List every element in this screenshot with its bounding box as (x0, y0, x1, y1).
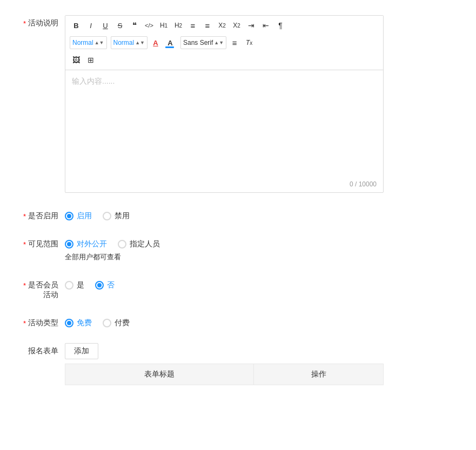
subscript-button[interactable]: X2 (216, 19, 229, 32)
member-activity-radio-2[interactable] (95, 281, 104, 290)
strikethrough-button[interactable]: S (113, 19, 126, 32)
activity-type-label-2: 付费 (115, 318, 130, 328)
clear-format-button[interactable]: Tx (243, 36, 256, 49)
member-activity-option-2[interactable]: 否 (95, 280, 115, 290)
editor-placeholder: 输入内容...... (72, 77, 115, 85)
editor-toolbar: B I U S ❝ </> H1 H2 ≡ ≡ X2 X2 ⇥ ⇤ ¶ (65, 16, 383, 70)
visibility-radio-1[interactable] (65, 240, 73, 248)
enable-label: * 是否启用 (16, 208, 65, 221)
code-button[interactable]: </> (143, 19, 156, 32)
enable-required-marker: * (23, 212, 26, 220)
visibility-label: * 可见范围 (16, 236, 65, 249)
font-size-label: Normal (113, 39, 135, 46)
enable-radio-group: 启用 禁用 (65, 208, 460, 221)
add-button[interactable]: 添加 (65, 343, 98, 359)
activity-type-label-1: 免费 (77, 318, 92, 328)
member-activity-option-1[interactable]: 是 (65, 280, 84, 290)
visibility-option-1[interactable]: 对外公开 (65, 239, 107, 249)
quote-button[interactable]: ❝ (128, 19, 141, 32)
member-activity-label: * 是否会员活动 (16, 277, 65, 300)
member-activity-label-1: 是 (77, 280, 84, 290)
visibility-hint: 全部用户都可查看 (65, 252, 460, 262)
superscript-button[interactable]: X2 (230, 19, 243, 32)
activity-type-radio-group: 免费 付费 (65, 315, 460, 328)
rich-text-editor[interactable]: B I U S ❝ </> H1 H2 ≡ ≡ X2 X2 ⇥ ⇤ ¶ (65, 15, 384, 193)
indent-right-button[interactable]: ⇥ (245, 19, 258, 32)
activity-type-option-1[interactable]: 免费 (65, 318, 92, 328)
italic-button[interactable]: I (84, 19, 97, 32)
activity-type-label: * 活动类型 (16, 315, 65, 328)
font-family-arrow: ▲▼ (214, 40, 224, 45)
visibility-required-marker: * (23, 240, 26, 248)
indent-left-button[interactable]: ⇤ (259, 19, 272, 32)
enable-label-1: 启用 (77, 211, 92, 221)
visibility-radio-2[interactable] (118, 240, 126, 248)
font-size-arrow: ▲▼ (135, 40, 145, 45)
activity-description-label: * 活动说明 (16, 15, 65, 28)
table-header-title: 表单标题 (65, 364, 254, 385)
paragraph-style-select[interactable]: Normal ▲▼ (70, 36, 107, 49)
activity-type-radio-1[interactable] (65, 319, 73, 327)
member-activity-required-marker: * (23, 281, 26, 290)
editor-counter: 0 / 10000 (65, 178, 383, 192)
activity-type-option-2[interactable]: 付费 (103, 318, 130, 328)
font-family-select[interactable]: Sans Serif ▲▼ (180, 36, 226, 49)
member-activity-radio-1[interactable] (65, 281, 73, 290)
enable-option-2[interactable]: 禁用 (103, 211, 130, 221)
font-color-button[interactable]: A (149, 36, 162, 49)
activity-type-radio-2[interactable] (103, 319, 111, 327)
pilcrow-button[interactable]: ¶ (274, 19, 287, 32)
activity-type-required-marker: * (23, 319, 26, 327)
visibility-label-1: 对外公开 (77, 239, 107, 249)
underline-button[interactable]: U (99, 19, 112, 32)
unordered-list-button[interactable]: ≡ (201, 19, 214, 32)
visibility-label-2: 指定人员 (130, 239, 160, 249)
member-activity-label-2: 否 (107, 280, 115, 290)
enable-radio-1[interactable] (65, 212, 73, 220)
editor-wrapper: B I U S ❝ </> H1 H2 ≡ ≡ X2 X2 ⇥ ⇤ ¶ (65, 15, 460, 193)
required-marker: * (23, 19, 26, 28)
enable-radio-2[interactable] (103, 212, 111, 220)
visibility-option-2[interactable]: 指定人员 (118, 239, 160, 249)
font-family-label: Sans Serif (183, 39, 213, 46)
font-size-select[interactable]: Normal ▲▼ (111, 36, 148, 49)
paragraph-style-label: Normal (72, 39, 93, 46)
insert-table-button[interactable]: ⊞ (84, 53, 97, 66)
bold-button[interactable]: B (70, 19, 83, 32)
table-header-action: 操作 (254, 364, 384, 385)
form-list-label: 报名表单 (16, 343, 65, 356)
insert-image-button[interactable]: 🖼 (70, 53, 83, 66)
visibility-radio-group: 对外公开 指定人员 (65, 236, 460, 249)
h1-button[interactable]: H1 (157, 19, 170, 32)
align-button[interactable]: ≡ (228, 36, 241, 49)
member-activity-radio-group: 是 否 (65, 277, 460, 290)
enable-option-1[interactable]: 启用 (65, 211, 92, 221)
ordered-list-button[interactable]: ≡ (186, 19, 199, 32)
h2-button[interactable]: H2 (172, 19, 185, 32)
paragraph-style-arrow: ▲▼ (95, 40, 104, 45)
form-table: 表单标题 操作 (65, 364, 384, 385)
font-highlight-button[interactable]: A (164, 36, 177, 49)
enable-label-2: 禁用 (115, 211, 130, 221)
editor-content-area[interactable]: 输入内容...... (65, 70, 383, 178)
